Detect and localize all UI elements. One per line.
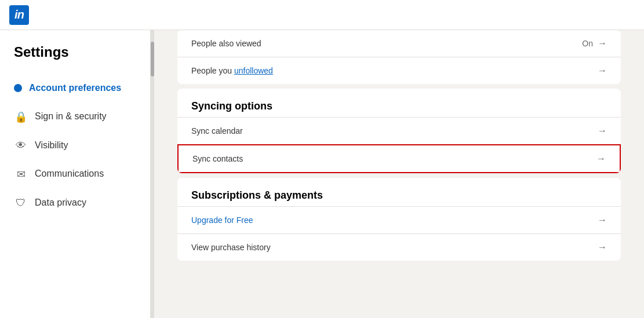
- shield-icon: 🛡: [14, 197, 28, 209]
- sidebar-item-label: Visibility: [35, 140, 68, 152]
- account-preferences-icon: [14, 84, 22, 92]
- syncing-options-header: Syncing options: [177, 89, 621, 117]
- sync-contacts-item[interactable]: Sync contacts →: [177, 144, 621, 173]
- content-area: People also viewed On → People you unfol…: [154, 30, 644, 318]
- people-also-viewed-status: On: [582, 39, 593, 48]
- people-unfollowed-arrow-icon: →: [598, 65, 607, 76]
- sync-calendar-label: Sync calendar: [191, 126, 243, 136]
- linkedin-logo[interactable]: in: [9, 5, 29, 25]
- topbar: in: [0, 0, 644, 30]
- mail-icon: ✉: [14, 168, 28, 181]
- sidebar-item-sign-in-security[interactable]: 🔒 Sign in & security: [0, 103, 150, 131]
- scroll-divider: [151, 30, 154, 318]
- sidebar-item-account-preferences[interactable]: Account preferences: [0, 74, 150, 103]
- view-purchase-history-arrow-icon: →: [598, 242, 607, 253]
- sidebar-item-communications[interactable]: ✉ Communications: [0, 160, 150, 189]
- sync-calendar-item[interactable]: Sync calendar →: [177, 117, 621, 144]
- view-purchase-history-label: View purchase history: [191, 243, 271, 252]
- upgrade-free-item[interactable]: Upgrade for Free →: [177, 206, 621, 233]
- sidebar-item-label: Data privacy: [35, 197, 86, 209]
- people-unfollowed-label: People you unfollowed: [191, 66, 273, 75]
- sidebar-item-label: Communications: [35, 168, 104, 180]
- sidebar-item-data-privacy[interactable]: 🛡 Data privacy: [0, 189, 150, 217]
- sync-contacts-label: Sync contacts: [192, 154, 243, 163]
- sync-calendar-arrow-icon: →: [598, 126, 607, 136]
- syncing-options-card: Syncing options Sync calendar → Sync con…: [177, 89, 621, 173]
- sidebar-item-visibility[interactable]: 👁 Visibility: [0, 131, 150, 160]
- lock-icon: 🔒: [14, 111, 28, 123]
- subscriptions-payments-header: Subscriptions & payments: [177, 178, 621, 206]
- sidebar-nav: Account preferences 🔒 Sign in & security…: [0, 74, 150, 217]
- sidebar-item-label: Sign in & security: [35, 111, 107, 123]
- view-purchase-history-item[interactable]: View purchase history →: [177, 233, 621, 261]
- sidebar: Settings Account preferences 🔒 Sign in &…: [0, 30, 151, 318]
- people-also-viewed-label: People also viewed: [191, 39, 261, 48]
- eye-icon: 👁: [14, 140, 28, 152]
- people-unfollowed-item[interactable]: People you unfollowed →: [177, 57, 621, 84]
- people-also-viewed-arrow-icon: →: [598, 38, 607, 49]
- subscriptions-payments-card: Subscriptions & payments Upgrade for Fre…: [177, 178, 621, 261]
- sidebar-title: Settings: [0, 44, 150, 74]
- main-layout: Settings Account preferences 🔒 Sign in &…: [0, 30, 644, 318]
- sidebar-item-label: Account preferences: [29, 82, 121, 94]
- people-also-viewed-item[interactable]: People also viewed On →: [177, 30, 621, 57]
- upgrade-free-arrow-icon: →: [598, 215, 607, 225]
- upgrade-free-label: Upgrade for Free: [191, 215, 253, 225]
- top-items-card: People also viewed On → People you unfol…: [177, 30, 621, 84]
- scroll-thumb[interactable]: [151, 42, 154, 76]
- sync-contacts-arrow-icon: →: [596, 153, 606, 164]
